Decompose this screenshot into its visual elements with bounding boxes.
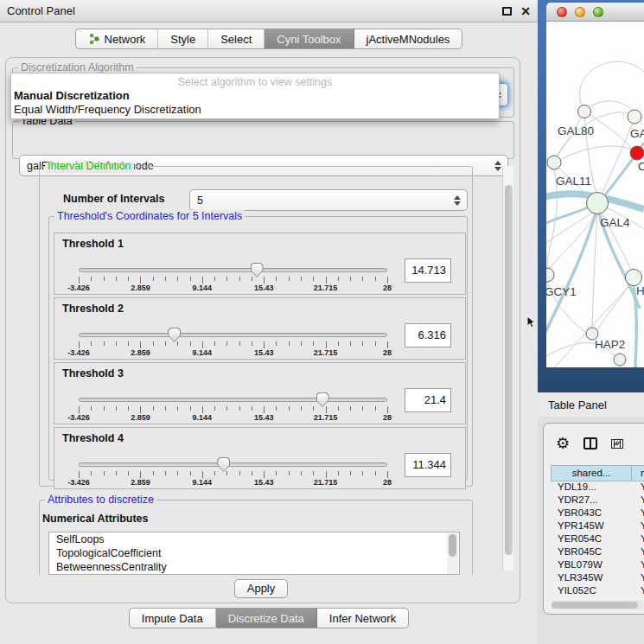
slider-tick-label: 2.859 [131, 478, 150, 487]
table-row[interactable]: YBR045CYBR0 [551, 546, 644, 559]
slider-thumb[interactable] [251, 263, 264, 277]
slider-thumb[interactable] [316, 392, 329, 407]
number-of-intervals-select[interactable]: 5 [189, 189, 468, 211]
threshold-label: Threshold 3 [62, 367, 124, 379]
network-window: GAL80GACGAL11GAL4GCY1HHAP2 [538, 0, 644, 392]
network-node[interactable] [547, 156, 561, 169]
tab-impute-data[interactable]: Impute Data [129, 608, 216, 628]
table-row[interactable]: YBR043CYBR0 [551, 507, 644, 520]
network-node[interactable] [614, 354, 626, 366]
panel-title: Control Panel [7, 4, 75, 17]
table-cell: YBR043C [551, 507, 632, 520]
table-row[interactable]: YPR145WYPR1 [551, 520, 644, 533]
table-panel-header: Table Panel [538, 392, 644, 417]
checkbox-icon[interactable]: ✓ [614, 439, 623, 449]
network-node[interactable] [628, 110, 641, 124]
table-data-group: Table Data [12, 121, 514, 159]
slider-tick-label: 28 [383, 478, 392, 487]
tab-network[interactable]: Network [75, 29, 159, 49]
control-panel-titlebar: Control Panel ✕ [0, 0, 538, 22]
column-header[interactable]: shared... [551, 465, 632, 481]
column-header[interactable]: n [632, 465, 644, 481]
slider-thumb[interactable] [217, 457, 230, 472]
float-window-icon[interactable] [502, 7, 512, 16]
threshold-slider[interactable]: -3.4262.8599.14415.4321.71528 [79, 459, 387, 488]
table-row[interactable]: YDL19...YDL1 [551, 481, 644, 494]
network-node[interactable] [578, 105, 591, 118]
network-canvas[interactable]: GAL80GACGAL11GAL4GCY1HHAP2 [546, 22, 644, 367]
attribute-list-item[interactable]: BetweennessCentrality [49, 560, 459, 574]
table-cell: YDL1 [632, 481, 644, 494]
network-node[interactable] [630, 146, 644, 160]
close-traffic-light-icon[interactable] [557, 7, 567, 17]
network-node[interactable] [626, 270, 642, 286]
algorithm-option[interactable]: Manual Discretization [11, 89, 499, 103]
table-cell: YIL0 [632, 585, 644, 598]
attributes-scrollbar[interactable] [447, 533, 458, 575]
slider-tick-label: 21.715 [314, 348, 338, 357]
apply-button[interactable]: Apply [234, 579, 288, 598]
table-cell: YBL0 [632, 559, 644, 572]
table-cell: YDR2 [632, 494, 644, 507]
threshold-slider[interactable]: -3.4262.8599.14415.4321.71528 [79, 394, 387, 424]
threshold-value-field[interactable]: 14.713 [405, 258, 451, 283]
network-window-titlebar[interactable] [546, 3, 644, 22]
gear-icon[interactable]: ⚙ [556, 436, 570, 451]
threshold-value-field[interactable]: 11.344 [405, 453, 451, 477]
attributes-title: Attributes to discretize [45, 494, 156, 507]
tab-discretize-data[interactable]: Discretize Data [216, 608, 317, 628]
tab-infer-network[interactable]: Infer Network [317, 608, 409, 628]
tab-jactivemnodules[interactable]: jActiveMNodules [354, 29, 463, 49]
network-node[interactable] [546, 268, 554, 282]
threshold-value-field[interactable]: 6.316 [405, 323, 451, 348]
slider-tick-label: 9.144 [193, 413, 213, 422]
split-view-icon[interactable] [583, 437, 597, 450]
algorithm-option[interactable]: Equal Width/Frequency Discretization [11, 103, 499, 117]
table-header-row[interactable]: shared...n [551, 465, 644, 481]
slider-tick-label: -3.426 [67, 284, 90, 292]
threshold-panel: Threshold 3-3.4262.8599.14415.4321.71528… [54, 362, 466, 424]
tab-select[interactable]: Select [208, 29, 265, 49]
thresholds-title: Threshold's Coordinates for 5 Intervals [54, 210, 245, 223]
slider-tick-label: 9.144 [193, 284, 213, 292]
threshold-slider[interactable]: -3.4262.8599.14415.4321.71528 [79, 329, 387, 359]
table-cell: YDR27... [551, 494, 632, 507]
tab-label: Impute Data [142, 612, 203, 625]
minimize-traffic-light-icon[interactable] [575, 7, 585, 17]
settings-viewport: Interval Definition Number of Intervals … [12, 163, 514, 575]
numerical-attributes-list[interactable]: SelfLoopsTopologicalCoefficientBetweenne… [48, 532, 460, 575]
slider-thumb[interactable] [168, 328, 181, 342]
table-cell: YER054C [551, 533, 632, 546]
table-row[interactable]: YDR27...YDR2 [551, 494, 644, 507]
slider-tick-label: 28 [383, 413, 392, 422]
table-cell: YDL19... [551, 481, 632, 494]
network-node-label: GAL80 [558, 124, 594, 137]
tab-style[interactable]: Style [158, 29, 208, 49]
table-cell: YIL052C [551, 585, 632, 598]
table-horizontal-scrollbar[interactable] [551, 601, 644, 609]
threshold-panel: Threshold 1-3.4262.8599.14415.4321.71528… [54, 233, 466, 295]
attribute-list-item[interactable]: TopologicalCoefficient [49, 546, 459, 560]
attribute-list-item[interactable]: SelfLoops [49, 532, 459, 546]
table-row[interactable]: YIL052CYIL0 [551, 585, 644, 598]
close-icon[interactable]: ✕ [520, 7, 531, 16]
tab-label: Select [220, 33, 252, 46]
node-table[interactable]: shared...n YDL19...YDL1YDR27...YDR2YBR04… [551, 465, 644, 598]
slider-tick-label: 2.859 [131, 284, 150, 292]
network-edges [546, 61, 644, 367]
attributes-group: Attributes to discretize Numerical Attri… [39, 500, 473, 575]
table-row[interactable]: YBL079WYBL0 [551, 559, 644, 572]
network-node[interactable] [587, 193, 609, 214]
table-row[interactable]: YLR345WYLR3 [551, 572, 644, 585]
thresholds-group: Threshold's Coordinates for 5 Intervals … [48, 216, 468, 481]
zoom-traffic-light-icon[interactable] [593, 7, 603, 17]
table-cell: YPR145W [551, 520, 632, 533]
settings-scrollbar[interactable] [502, 166, 513, 571]
threshold-slider[interactable]: -3.4262.8599.14415.4321.71528 [79, 265, 387, 294]
tab-cyni-toolbox[interactable]: Cyni Toolbox [265, 29, 354, 49]
threshold-label: Threshold 2 [62, 303, 124, 315]
table-row[interactable]: YER054CYER0 [551, 533, 644, 546]
threshold-value-field[interactable]: 21.4 [405, 388, 451, 412]
network-node-label: GAL4 [600, 216, 630, 229]
numerical-attributes-label: Numerical Attributes [42, 513, 148, 525]
